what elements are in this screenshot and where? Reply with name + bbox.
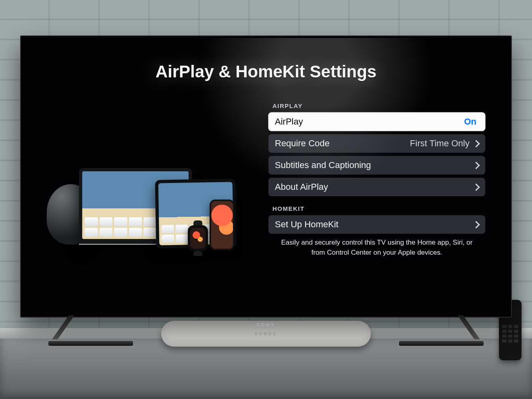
homekit-footnote: Easily and securely control this TV usin… (276, 238, 477, 258)
require-code-value: First Time Only (410, 138, 470, 149)
subtitles-label: Subtitles and Captioning (275, 160, 472, 170)
about-airplay-label: About AirPlay (275, 182, 472, 192)
setup-homekit-row[interactable]: Set Up HomeKit (268, 215, 485, 234)
fireplace-shelf (0, 339, 532, 399)
airplay-toggle-row[interactable]: AirPlay On (268, 112, 485, 131)
tv-stand-left (48, 318, 137, 346)
hero-illustration (47, 98, 248, 299)
require-code-label: Require Code (275, 138, 410, 149)
settings-content: AIRPLAY AirPlay On Require Code First Ti… (47, 98, 485, 299)
tv-brand-label: SONY (256, 322, 275, 327)
subtitles-row[interactable]: Subtitles and Captioning (268, 156, 485, 175)
chevron-right-icon (472, 140, 480, 147)
airplay-toggle-value: On (464, 116, 476, 127)
airplay-section-header: AIRPLAY (272, 102, 485, 109)
settings-panel: AIRPLAY AirPlay On Require Code First Ti… (268, 98, 485, 299)
apple-watch-icon (188, 225, 208, 251)
tv-stand-right (395, 318, 484, 346)
chevron-right-icon (472, 162, 480, 169)
device-cluster (51, 146, 244, 251)
page-title: AirPlay & HomeKit Settings (23, 62, 509, 81)
chevron-right-icon (472, 183, 480, 191)
setup-homekit-label: Set Up HomeKit (275, 219, 472, 230)
tv-screen: AirPlay & HomeKit Settings (23, 38, 509, 315)
airplay-toggle-label: AirPlay (275, 116, 464, 127)
television: SONY AirPlay & HomeKit Settings (20, 35, 512, 318)
iphone-icon (210, 200, 235, 250)
tv-bezel: AirPlay & HomeKit Settings (23, 38, 509, 315)
chevron-right-icon (472, 221, 480, 228)
require-code-row[interactable]: Require Code First Time Only (268, 134, 485, 153)
about-airplay-row[interactable]: About AirPlay (268, 178, 485, 196)
homekit-section-header: HOMEKIT (272, 205, 485, 212)
room-background: SONY AirPlay & HomeKit Settings (0, 0, 532, 399)
